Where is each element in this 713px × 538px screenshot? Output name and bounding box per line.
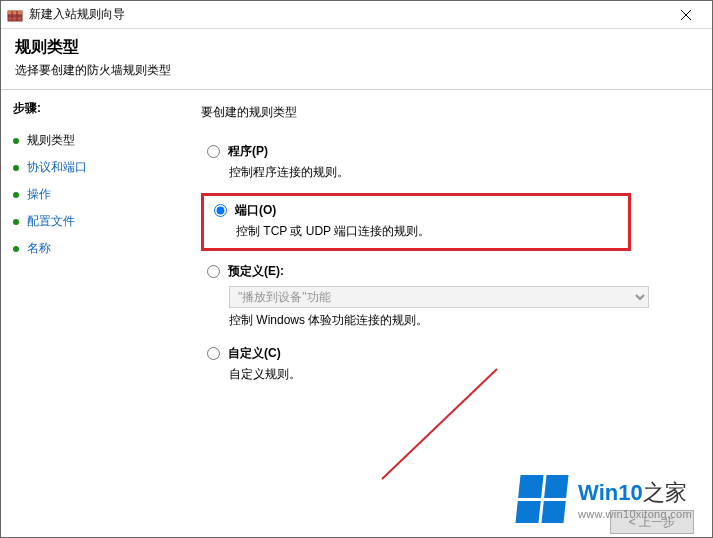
option-custom-label: 自定义(C) (228, 345, 281, 362)
option-port-row[interactable]: 端口(O) (214, 202, 620, 219)
bullet-icon (13, 219, 19, 225)
radio-program[interactable] (207, 145, 220, 158)
option-port-desc: 控制 TCP 或 UDP 端口连接的规则。 (236, 223, 620, 240)
option-program-row[interactable]: 程序(P) (207, 143, 692, 160)
step-label: 规则类型 (27, 132, 75, 149)
step-label: 协议和端口 (27, 159, 87, 176)
svg-line-7 (382, 369, 497, 479)
option-predefined-row[interactable]: 预定义(E): (207, 263, 692, 280)
wizard-buttons: < 上一步 (191, 510, 694, 534)
option-custom-desc: 自定义规则。 (229, 366, 692, 383)
radio-port[interactable] (214, 204, 227, 217)
option-custom: 自定义(C) 自定义规则。 (207, 345, 692, 383)
step-label: 操作 (27, 186, 51, 203)
svg-rect-1 (8, 11, 22, 14)
wizard-content: 步骤: 规则类型 协议和端口 操作 配置文件 名称 要创建的规则类型 程序(P) (1, 90, 712, 538)
step-protocol-port[interactable]: 协议和端口 (13, 154, 179, 181)
page-title: 规则类型 (15, 37, 698, 58)
bullet-icon (13, 165, 19, 171)
window-title: 新建入站规则向导 (29, 6, 666, 23)
option-program-desc: 控制程序连接的规则。 (229, 164, 692, 181)
option-program-label: 程序(P) (228, 143, 268, 160)
step-name[interactable]: 名称 (13, 235, 179, 262)
radio-custom[interactable] (207, 347, 220, 360)
step-profile[interactable]: 配置文件 (13, 208, 179, 235)
option-predefined-label: 预定义(E): (228, 263, 284, 280)
main-prompt: 要创建的规则类型 (201, 104, 692, 121)
titlebar: 新建入站规则向导 (1, 1, 712, 29)
close-button[interactable] (666, 1, 706, 28)
step-action[interactable]: 操作 (13, 181, 179, 208)
option-program: 程序(P) 控制程序连接的规则。 (207, 143, 692, 181)
bullet-icon (13, 192, 19, 198)
step-label: 名称 (27, 240, 51, 257)
option-port-label: 端口(O) (235, 202, 276, 219)
bullet-icon (13, 138, 19, 144)
radio-predefined[interactable] (207, 265, 220, 278)
wizard-header: 规则类型 选择要创建的防火墙规则类型 (1, 29, 712, 90)
highlight-port-option: 端口(O) 控制 TCP 或 UDP 端口连接的规则。 (201, 193, 631, 251)
step-label: 配置文件 (27, 213, 75, 230)
firewall-icon (7, 7, 23, 23)
back-button[interactable]: < 上一步 (610, 510, 694, 534)
option-port: 端口(O) 控制 TCP 或 UDP 端口连接的规则。 (214, 202, 620, 240)
bullet-icon (13, 246, 19, 252)
option-predefined-desc: 控制 Windows 体验功能连接的规则。 (229, 312, 692, 329)
page-subtitle: 选择要创建的防火墙规则类型 (15, 62, 698, 79)
close-icon (681, 10, 691, 20)
steps-sidebar: 步骤: 规则类型 协议和端口 操作 配置文件 名称 (1, 90, 191, 538)
steps-label: 步骤: (13, 100, 179, 117)
option-custom-row[interactable]: 自定义(C) (207, 345, 692, 362)
main-panel: 要创建的规则类型 程序(P) 控制程序连接的规则。 端口(O) 控制 TCP 或… (191, 90, 712, 538)
predefined-dropdown[interactable]: "播放到设备"功能 (229, 286, 649, 308)
step-rule-type[interactable]: 规则类型 (13, 127, 179, 154)
option-predefined: 预定义(E): "播放到设备"功能 控制 Windows 体验功能连接的规则。 (207, 263, 692, 329)
